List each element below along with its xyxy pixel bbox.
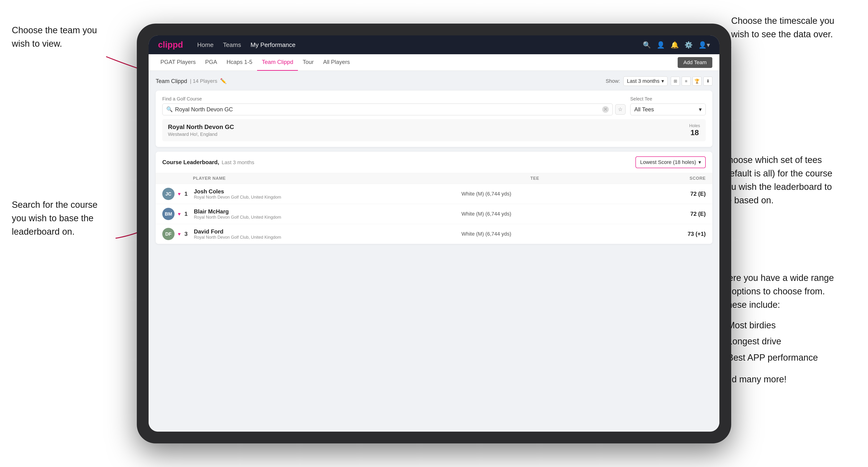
annotation-middle-right-bottom: Here you have a wide range of options to… <box>722 271 834 386</box>
filter-row: Find a Golf Course 🔍 ✕ ☆ <box>162 96 706 115</box>
subnav-team-clippd[interactable]: Team Clippd <box>257 54 298 71</box>
bullet-app: • Best APP performance <box>722 349 834 366</box>
main-content: Team Clippd | 14 Players ✏️ Show: Last 3… <box>149 71 719 432</box>
annotation-middle-left: Search for the course you wish to base t… <box>12 198 97 239</box>
app-container: clippd Home Teams My Performance 🔍 👤 🔔 ⚙… <box>149 35 719 432</box>
users-icon[interactable]: 👤 <box>657 41 665 49</box>
and-more: and many more! <box>722 373 834 386</box>
chevron-down-icon: ▾ <box>661 78 664 84</box>
nav-teams[interactable]: Teams <box>223 41 241 49</box>
tee-value: White (M) (6,744 yds) <box>377 231 596 237</box>
table-header: PLAYER NAME TEE SCORE <box>156 173 712 184</box>
table-row: BM ♥ 1 Blair McHarg Royal North Devon Go… <box>156 204 712 224</box>
show-label: Show: <box>606 78 620 84</box>
nav-links: Home Teams My Performance <box>197 41 643 49</box>
trophy-icon[interactable]: 🏆 <box>692 76 702 86</box>
bullet-drive: • Longest drive <box>722 333 834 349</box>
nav-icons: 🔍 👤 🔔 ⚙️ 👤▾ <box>643 41 710 49</box>
avatar-icon[interactable]: 👤▾ <box>699 41 710 49</box>
select-tee-label: Select Tee <box>630 96 706 102</box>
search-clear-button[interactable]: ✕ <box>602 106 609 113</box>
bullet-birdies: • Most birdies <box>722 317 834 333</box>
tablet-screen: clippd Home Teams My Performance 🔍 👤 🔔 ⚙… <box>149 35 719 432</box>
subnav-pgat[interactable]: PGAT Players <box>156 54 200 71</box>
find-course-label: Find a Golf Course <box>162 96 625 102</box>
leaderboard-header: Course Leaderboard, Last 3 months Lowest… <box>156 152 712 173</box>
course-search-input-wrap[interactable]: 🔍 ✕ <box>162 103 613 115</box>
nav-home[interactable]: Home <box>197 41 214 49</box>
player-count: | 14 Players <box>190 78 217 84</box>
player-name: David Ford <box>194 228 377 235</box>
download-icon[interactable]: ⬇ <box>703 76 712 86</box>
annotation-top-left: Choose the team you wish to view. <box>12 24 97 51</box>
player-club: Royal North Devon Golf Club, United King… <box>194 215 377 220</box>
search-icon: 🔍 <box>166 106 173 113</box>
player-rank: 1 <box>184 191 191 197</box>
course-location: Westward Ho!, England <box>168 132 234 137</box>
score-value: 72 (E) <box>596 191 706 197</box>
subnav-hcaps[interactable]: Hcaps 1-5 <box>222 54 257 71</box>
course-search-group: Find a Golf Course 🔍 ✕ ☆ <box>162 96 625 115</box>
player-info: Blair McHarg Royal North Devon Golf Club… <box>194 208 377 220</box>
holes-badge: Holes 18 <box>689 123 700 137</box>
bell-icon[interactable]: 🔔 <box>671 41 679 49</box>
leaderboard-title-wrap: Course Leaderboard, Last 3 months <box>162 159 254 165</box>
course-name: Royal North Devon GC <box>168 123 234 131</box>
team-header: Team Clippd | 14 Players ✏️ Show: Last 3… <box>156 76 712 86</box>
nav-my-performance[interactable]: My Performance <box>250 41 296 49</box>
chevron-down-icon: ▾ <box>699 106 702 113</box>
subnav-pga[interactable]: PGA <box>200 54 222 71</box>
heart-icon: ♥ <box>178 231 181 237</box>
col-tee-header: TEE <box>450 176 620 181</box>
col-score-header: SCORE <box>620 176 706 181</box>
show-controls: Show: Last 3 months ▾ ⊞ ≡ 🏆 ⬇ <box>606 76 712 86</box>
player-rank: 1 <box>184 211 191 217</box>
course-result: Royal North Devon GC Westward Ho!, Engla… <box>162 119 706 141</box>
heart-icon: ♥ <box>178 191 181 197</box>
score-type-dropdown[interactable]: Lowest Score (18 holes) ▾ <box>636 156 706 168</box>
player-club: Royal North Devon Golf Club, United King… <box>194 195 377 200</box>
filter-card: Find a Golf Course 🔍 ✕ ☆ <box>156 91 712 147</box>
grid-view-button[interactable]: ⊞ <box>671 76 680 86</box>
add-team-button[interactable]: Add Team <box>678 57 712 68</box>
list-view-button[interactable]: ≡ <box>682 76 691 86</box>
score-value: 72 (E) <box>596 211 706 217</box>
sub-nav-items: PGAT Players PGA Hcaps 1-5 Team Clippd T… <box>156 54 354 71</box>
search-icon[interactable]: 🔍 <box>643 41 651 49</box>
show-dropdown[interactable]: Last 3 months ▾ <box>623 76 668 86</box>
tablet-device: clippd Home Teams My Performance 🔍 👤 🔔 ⚙… <box>137 24 731 443</box>
tee-select-dropdown[interactable]: All Tees ▾ <box>630 103 706 115</box>
leaderboard-subtitle: Last 3 months <box>222 159 254 165</box>
top-nav: clippd Home Teams My Performance 🔍 👤 🔔 ⚙… <box>149 35 719 54</box>
course-info: Royal North Devon GC Westward Ho!, Engla… <box>168 123 234 137</box>
score-value: 73 (+1) <box>596 231 706 237</box>
team-title: Team Clippd | 14 Players ✏️ <box>156 78 226 85</box>
player-info: David Ford Royal North Devon Golf Club, … <box>194 228 377 240</box>
leaderboard-section: Course Leaderboard, Last 3 months Lowest… <box>156 152 712 244</box>
course-search-input[interactable] <box>175 106 600 113</box>
favorite-button[interactable]: ☆ <box>615 104 625 115</box>
edit-team-icon[interactable]: ✏️ <box>220 78 226 84</box>
player-club: Royal North Devon Golf Club, United King… <box>194 235 377 240</box>
sub-nav: PGAT Players PGA Hcaps 1-5 Team Clippd T… <box>149 54 719 71</box>
app-logo: clippd <box>158 40 183 50</box>
subnav-all-players[interactable]: All Players <box>318 54 354 71</box>
avatar: BM <box>162 208 175 220</box>
avatar: DF <box>162 228 175 240</box>
settings-icon[interactable]: ⚙️ <box>684 41 693 49</box>
subnav-tour[interactable]: Tour <box>298 54 318 71</box>
annotation-middle-right-top: Choose which set of tees (default is all… <box>722 153 832 207</box>
tee-value: White (M) (6,744 yds) <box>377 211 596 217</box>
player-name: Blair McHarg <box>194 208 377 215</box>
heart-icon: ♥ <box>178 211 181 217</box>
table-row: DF ♥ 3 David Ford Royal North Devon Golf… <box>156 224 712 244</box>
tee-value: White (M) (6,744 yds) <box>377 191 596 197</box>
annotation-top-right: Choose the timescale you wish to see the… <box>731 14 834 41</box>
view-icons: ⊞ ≡ 🏆 ⬇ <box>671 76 712 86</box>
player-rank: 3 <box>184 231 191 237</box>
col-player-header: PLAYER NAME <box>162 176 450 181</box>
chevron-down-icon: ▾ <box>699 159 701 165</box>
player-info: Josh Coles Royal North Devon Golf Club, … <box>194 188 377 200</box>
player-name: Josh Coles <box>194 188 377 195</box>
tee-select-group: Select Tee All Tees ▾ <box>630 96 706 115</box>
